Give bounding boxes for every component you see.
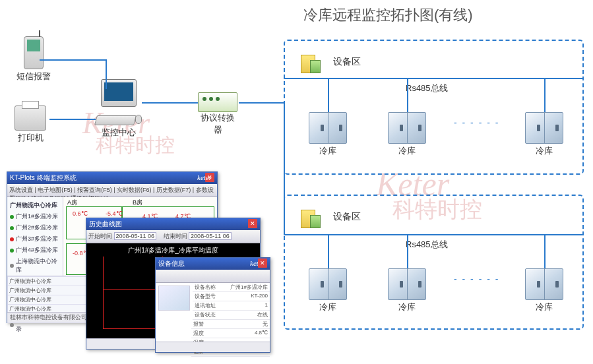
s2-title: 历史曲线图: [89, 220, 122, 228]
z2-store-2: 冷库: [388, 268, 426, 313]
detail-row: 报警无: [191, 320, 270, 329]
line-phone-pc-v: [106, 59, 107, 89]
s2-end-label: 结束时间: [164, 233, 187, 239]
s2-toolbar[interactable]: 开始时间 2008-05-11 06 结束时间 2008-05-11 06: [86, 230, 260, 243]
printer-node: 打印机: [15, 106, 46, 144]
line-conv-out: [239, 102, 284, 104]
z1-drop2: [407, 78, 408, 112]
cold-store-icon: [525, 112, 563, 144]
z2-drop1: [328, 234, 329, 268]
detail-row: 温度4.8℃: [191, 329, 270, 338]
z1-store-1: 冷库: [309, 112, 347, 157]
s2-start-label: 开始时间: [88, 233, 112, 239]
tree-root[interactable]: 广州物流中心冷库: [10, 200, 60, 211]
cold-store-icon: [309, 112, 347, 144]
detail-row: 设备名称广州1#多温冷库: [193, 283, 270, 292]
monitor-center-node: 监控中心: [96, 79, 142, 138]
z1-drop1: [328, 78, 329, 112]
z2-store-1: 冷库: [309, 268, 347, 313]
keter-logo-icon: keter: [197, 173, 212, 181]
zone-1-label: 设备区: [333, 56, 361, 68]
computer-icon: [96, 79, 142, 125]
s2-chart-title: 广州1#多温冷库_冷库平均温度: [86, 243, 260, 258]
z2-drop2: [407, 234, 408, 268]
monitor-center-label: 监控中心: [96, 127, 142, 138]
protocol-converter-label: 协议转换器: [199, 112, 236, 136]
temp-reading: 0.6℃: [73, 210, 88, 217]
building-icon: [298, 204, 322, 228]
z2-ellipsis: - - - - - -: [454, 274, 499, 284]
device-thumb-icon: [158, 286, 190, 311]
s2-date2[interactable]: 2008-05-11 06: [189, 232, 232, 240]
converter-icon: [198, 92, 237, 112]
z2-store-2-label: 冷库: [388, 301, 426, 313]
z1-store-1-label: 冷库: [309, 145, 347, 157]
keter-logo-icon: keter: [250, 259, 265, 267]
cold-store-icon: [309, 268, 347, 300]
z2-store-3: 冷库: [525, 268, 563, 313]
zone-2-building: [298, 204, 322, 228]
printer-icon: [15, 106, 46, 131]
s1-title: KT-Plots 终端监控系统: [10, 174, 77, 181]
s3-title: 设备信息: [158, 260, 185, 267]
temp-reading: -5.4℃: [106, 210, 123, 217]
s3-body: 设备名称广州1#多温冷库设备型号KT-200通讯地址1设备状态在线报警无温度4.…: [156, 283, 270, 342]
y-axis: [103, 257, 104, 329]
z1-store-2-label: 冷库: [388, 145, 426, 157]
z2-store-1-label: 冷库: [309, 301, 347, 313]
s3-toolbar[interactable]: [156, 270, 270, 283]
screenshot-detail: 设备信息 keter 设备名称广州1#多温冷库设备型号KT-200通讯地址1设备…: [155, 257, 270, 353]
z1-store-2: 冷库: [388, 112, 426, 157]
detail-row: 设备状态在线: [193, 311, 270, 320]
s1-toolbar[interactable]: 系统设置 | 电子地图(F5) | 报警查询(F5) | 实时数据(F6) | …: [7, 184, 217, 197]
z1-ellipsis: - - - - - -: [454, 117, 499, 128]
s2-date[interactable]: 2008-05-11 06: [114, 232, 157, 240]
tree-item[interactable]: 广州4#多温冷库: [10, 245, 60, 256]
s3-status: [156, 342, 270, 352]
protocol-converter-node: 协议转换器: [198, 92, 237, 136]
z1-store-3: 冷库: [525, 112, 563, 157]
zone-1-building: [298, 49, 322, 73]
detail-row: 设备型号KT-200: [193, 292, 270, 301]
tree-item[interactable]: 上海物流中心冷库: [10, 256, 60, 276]
printer-label: 打印机: [15, 132, 46, 144]
zone-1-bus-label: Rs485总线: [406, 82, 448, 94]
z2-store-3-label: 冷库: [525, 301, 563, 313]
s3-titlebar: 设备信息 keter: [156, 258, 270, 270]
s2-titlebar: 历史曲线图: [86, 218, 260, 230]
z1-store-3-label: 冷库: [525, 145, 563, 157]
cold-store-icon: [388, 112, 426, 144]
cold-store-icon: [525, 268, 563, 300]
z2-drop3: [544, 234, 546, 268]
line-phone-pc: [40, 59, 106, 61]
zone-2-label: 设备区: [333, 211, 361, 223]
line-printer-pc: [49, 119, 96, 120]
diagram-title: 冷库远程监控拓扑图(有线): [303, 5, 473, 25]
z1-drop3: [544, 78, 546, 112]
cold-store-icon: [388, 268, 426, 300]
tree-item[interactable]: 广州2#多温冷库: [10, 222, 60, 233]
tree-item[interactable]: 广州1#多温冷库: [10, 211, 60, 222]
detail-row: 通讯地址1: [193, 301, 270, 311]
s1-titlebar: KT-Plots 终端监控系统: [7, 172, 217, 184]
building-icon: [298, 49, 322, 73]
sms-alarm-label: 短信报警: [16, 71, 51, 82]
screenshots-cluster: KT-Plots 终端监控系统 系统设置 | 电子地图(F5) | 报警查询(F…: [7, 171, 270, 356]
zone-2-bus-label: Rs485总线: [406, 239, 448, 251]
tree-item[interactable]: 广州3#多温冷库: [10, 233, 60, 245]
line-pc-conv: [142, 102, 198, 104]
phone-icon: [24, 36, 44, 69]
